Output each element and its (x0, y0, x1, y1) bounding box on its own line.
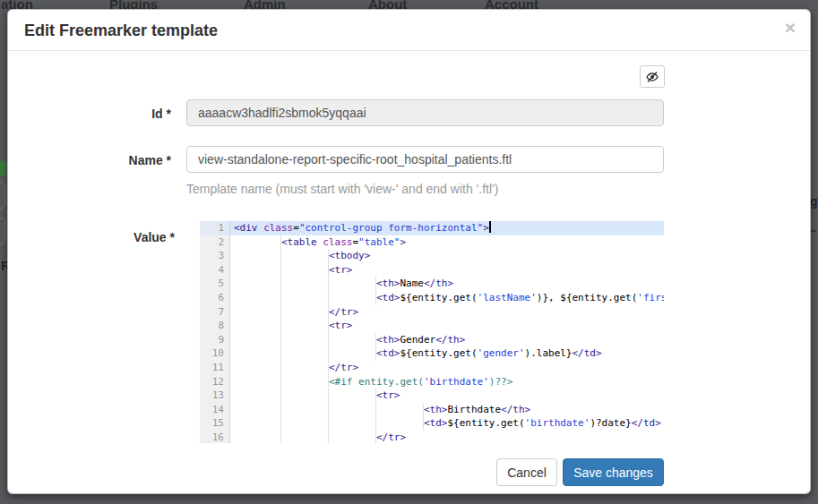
id-label: Id * (64, 107, 171, 121)
code-line[interactable]: 7</tr> (200, 305, 664, 320)
code-text: <td>${entity.get('lastName')}, ${entity.… (230, 291, 664, 305)
code-text: </tr> (230, 361, 664, 375)
text-cursor (489, 221, 491, 233)
code-text: <div class="control-group form-horizonta… (230, 221, 664, 235)
code-text: <#if entity.get('birthdate')??> (230, 375, 664, 389)
id-field[interactable] (186, 99, 664, 126)
code-line[interactable]: 13<tr> (200, 389, 664, 403)
code-text: <th>Name</th> (230, 277, 664, 291)
line-number: 16 (200, 431, 230, 443)
toggle-preview-button[interactable] (640, 65, 665, 88)
code-text: </tr> (230, 431, 664, 443)
code-text: <tr> (230, 389, 664, 403)
eye-slash-icon (645, 71, 659, 83)
code-line[interactable]: 9<th>Gender</th> (200, 333, 664, 347)
background-text-fragment-right: g (810, 194, 818, 209)
code-line[interactable]: 16</tr> (200, 431, 664, 443)
code-line[interactable]: 11</tr> (200, 361, 664, 375)
line-number: 14 (200, 403, 230, 417)
line-number: 5 (200, 277, 230, 291)
code-text: <th>Birthdate</th> (230, 403, 664, 417)
code-line[interactable]: 12<#if entity.get('birthdate')??> (200, 375, 664, 389)
code-line[interactable]: 4<tr> (200, 263, 664, 278)
code-line[interactable]: 6<td>${entity.get('lastName')}, ${entity… (200, 291, 664, 305)
code-text: <tr> (230, 263, 664, 278)
name-label: Name * (64, 153, 171, 167)
code-text: </tr> (230, 305, 664, 320)
code-text: <th>Gender</th> (230, 333, 664, 347)
edit-freemarker-template-dialog: Edit Freemarker template × Id * Name * T… (7, 9, 811, 494)
code-line[interactable]: 1<div class="control-group form-horizont… (200, 221, 664, 235)
value-label: Value * (67, 230, 175, 244)
code-text: <table class="table"> (230, 235, 664, 250)
background-button-fragment (0, 161, 6, 175)
code-text: <td>${entity.get('gender').label}</td> (230, 346, 664, 361)
line-number: 1 (200, 221, 230, 235)
background-dash-fragment (811, 230, 816, 232)
code-line[interactable]: 8<tr> (200, 319, 664, 333)
line-number: 13 (200, 389, 230, 403)
dialog-header: Edit Freemarker template × (8, 10, 810, 51)
close-icon[interactable]: × (785, 18, 796, 37)
code-editor[interactable]: 1<div class="control-group form-horizont… (200, 221, 664, 443)
line-number: 15 (200, 416, 230, 431)
code-line[interactable]: 14<th>Birthdate</th> (200, 403, 664, 417)
code-text: <tbody> (230, 249, 664, 263)
line-number: 11 (200, 361, 230, 375)
code-text: <tr> (230, 319, 664, 333)
background-field-fragment (0, 182, 5, 209)
code-text: <td>${entity.get('birthdate')?date}</td> (230, 416, 664, 431)
line-number: 7 (200, 305, 230, 320)
line-number: 2 (200, 235, 230, 250)
line-number: 12 (200, 375, 230, 389)
line-number: 3 (200, 249, 230, 263)
line-number: 10 (200, 346, 230, 361)
name-field[interactable] (186, 146, 664, 173)
line-number: 4 (200, 263, 230, 278)
background-field-fragment (0, 218, 5, 244)
code-line[interactable]: 2<table class="table"> (200, 235, 664, 250)
line-number: 6 (200, 291, 230, 305)
code-line[interactable]: 5<th>Name</th> (200, 277, 664, 291)
name-help-text: Template name (must start with 'view-' a… (186, 182, 498, 196)
line-number: 9 (200, 333, 230, 347)
save-changes-button[interactable]: Save changes (563, 458, 664, 486)
code-line[interactable]: 10<td>${entity.get('gender').label}</td> (200, 346, 664, 361)
dialog-title: Edit Freemarker template (24, 21, 218, 39)
code-line[interactable]: 3<tbody> (200, 249, 664, 263)
line-number: 8 (200, 319, 230, 333)
code-line[interactable]: 15<td>${entity.get('birthdate')?date}</t… (200, 416, 664, 431)
cancel-button[interactable]: Cancel (496, 458, 557, 486)
